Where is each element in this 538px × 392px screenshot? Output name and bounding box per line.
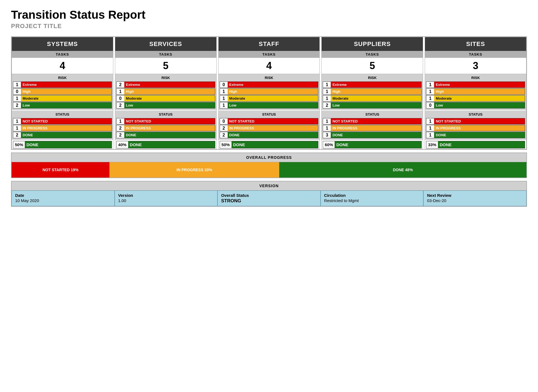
risk-row-suppliers-1: 1 High — [323, 88, 422, 95]
version-cell-label-4: Next Review — [427, 193, 523, 198]
version-cell-value-2: STRONG — [221, 198, 317, 204]
tasks-count-services: 5 — [115, 58, 216, 74]
tasks-count-systems: 4 — [12, 58, 113, 74]
risk-badge-sites-1: High — [434, 89, 525, 94]
status-section-suppliers: STATUS 1 NOT STARTED 1 IN PROGRESS 3 DON… — [322, 111, 423, 140]
status-badge-systems-1: IN PROGRESS — [21, 125, 112, 131]
status-badge-services-2: DONE — [124, 132, 215, 138]
risk-row-staff-0: 0 Extreme — [220, 81, 319, 88]
column-staff: STAFF TASKS 4 RISK 0 Extreme 1 High 1 Mo… — [218, 37, 320, 149]
version-cell-label-3: Circulation — [324, 193, 420, 198]
done-pct-row-services: 40% DONE — [116, 141, 215, 148]
done-pct-num-services: 40% — [117, 141, 128, 148]
done-pct-row-systems: 50% DONE — [13, 141, 112, 148]
risk-row-staff-2: 1 Moderate — [220, 95, 319, 102]
risk-badge-services-1: High — [124, 89, 215, 94]
version-cell-value-3: Restricted to Mgmt — [324, 198, 420, 203]
done-pct-num-systems: 50% — [13, 141, 25, 148]
risk-badge-sites-2: Moderate — [434, 96, 525, 101]
risk-badge-sites-3: Low — [434, 102, 525, 108]
status-badge-staff-0: NOT STARTED — [228, 118, 318, 124]
done-pct-row-suppliers: 60% DONE — [323, 141, 422, 148]
risk-number-suppliers-3: 2 — [323, 102, 331, 108]
version-row: Date 10 May 2020 Version 1.00 Overall St… — [12, 190, 526, 206]
risk-number-sites-1: 1 — [426, 89, 434, 94]
column-suppliers: SUPPLIERS TASKS 5 RISK 1 Extreme 1 High … — [321, 37, 423, 149]
risk-row-systems-0: 1 Extreme — [13, 81, 112, 88]
status-row-suppliers-0: 1 NOT STARTED — [323, 118, 422, 124]
status-number-sites-2: 1 — [426, 132, 434, 138]
status-badge-staff-2: DONE — [228, 132, 318, 138]
version-cell-label-0: Date — [15, 193, 111, 198]
risk-row-services-0: 2 Extreme — [116, 81, 215, 88]
status-section-staff: STATUS 0 NOT STARTED 2 IN PROGRESS 2 DON… — [219, 111, 320, 140]
risk-number-sites-3: 0 — [426, 102, 434, 108]
risk-badge-suppliers-1: High — [331, 89, 421, 94]
risk-number-services-2: 0 — [117, 96, 124, 101]
done-pct-label-services: DONE — [128, 141, 215, 148]
status-row-staff-0: 0 NOT STARTED — [220, 118, 319, 124]
progress-in-progress: IN PROGRESS 33% — [109, 162, 279, 178]
status-badge-services-1: IN PROGRESS — [124, 125, 215, 131]
risk-row-sites-2: 1 Moderate — [426, 95, 525, 102]
risk-badge-services-2: Moderate — [124, 96, 215, 101]
status-section-sites: STATUS 1 NOT STARTED 1 IN PROGRESS 1 DON… — [425, 111, 526, 140]
version-cell-label-1: Version — [118, 193, 214, 198]
version-cell-0: Date 10 May 2020 — [12, 190, 115, 206]
risk-badge-staff-3: Low — [228, 102, 318, 108]
status-badge-sites-0: NOT STARTED — [434, 118, 525, 124]
status-row-staff-2: 2 DONE — [220, 132, 319, 138]
done-pct-label-systems: DONE — [25, 141, 112, 148]
risk-label-staff: RISK — [219, 76, 320, 81]
risk-badge-services-3: Low — [124, 102, 215, 108]
risk-number-services-0: 2 — [117, 82, 124, 88]
status-row-sites-0: 1 NOT STARTED — [426, 118, 525, 124]
status-label-suppliers: STATUS — [322, 112, 423, 118]
tasks-label-systems: TASKS — [12, 51, 113, 58]
done-pct-label-suppliers: DONE — [335, 141, 421, 148]
done-pct-num-suppliers: 60% — [323, 141, 335, 148]
risk-section-systems: RISK 1 Extreme 0 High 1 Moderate 2 Low — [12, 74, 113, 110]
status-row-services-1: 2 IN PROGRESS — [116, 125, 215, 131]
status-badge-suppliers-2: DONE — [331, 132, 421, 138]
status-row-services-2: 2 DONE — [116, 132, 215, 138]
status-number-staff-2: 2 — [220, 132, 228, 138]
column-sites: SITES TASKS 3 RISK 1 Extreme 1 High 1 Mo… — [425, 37, 526, 149]
status-number-staff-0: 0 — [220, 118, 228, 124]
risk-row-staff-1: 1 High — [220, 88, 319, 95]
risk-label-systems: RISK — [12, 76, 113, 81]
tasks-count-staff: 4 — [219, 58, 320, 74]
risk-label-suppliers: RISK — [322, 76, 423, 81]
risk-row-systems-1: 0 High — [13, 88, 112, 95]
status-number-systems-2: 2 — [13, 132, 21, 138]
status-section-systems: STATUS 1 NOT STARTED 1 IN PROGRESS 2 DON… — [12, 111, 113, 140]
risk-number-staff-0: 0 — [220, 82, 228, 88]
status-section-services: STATUS 1 NOT STARTED 2 IN PROGRESS 2 DON… — [115, 111, 216, 140]
status-number-suppliers-0: 1 — [323, 118, 331, 124]
col-header-suppliers: SUPPLIERS — [322, 37, 423, 51]
status-badge-services-0: NOT STARTED — [124, 118, 215, 124]
progress-done: DONE 48% — [279, 162, 526, 178]
status-label-services: STATUS — [115, 112, 216, 118]
col-header-systems: SYSTEMS — [12, 37, 113, 51]
status-row-services-0: 1 NOT STARTED — [116, 118, 215, 124]
overall-progress-section: OVERALL PROGRESS NOT STARTED 19% IN PROG… — [11, 153, 527, 178]
risk-row-staff-3: 1 Low — [220, 102, 319, 108]
risk-row-systems-3: 2 Low — [13, 102, 112, 108]
risk-badge-staff-2: Moderate — [228, 96, 318, 101]
risk-badge-suppliers-0: Extreme — [331, 82, 421, 88]
risk-badge-staff-1: High — [228, 89, 318, 94]
status-row-staff-1: 2 IN PROGRESS — [220, 125, 319, 131]
done-pct-row-staff: 50% DONE — [220, 141, 319, 148]
done-pct-row-sites: 33% DONE — [426, 141, 525, 148]
status-number-suppliers-1: 1 — [323, 125, 331, 131]
version-cell-2: Overall Status STRONG — [217, 190, 321, 206]
status-badge-sites-2: DONE — [434, 132, 525, 138]
status-number-services-1: 2 — [117, 125, 124, 131]
status-badge-systems-0: NOT STARTED — [21, 118, 112, 124]
status-row-systems-2: 2 DONE — [13, 132, 112, 138]
risk-row-suppliers-2: 1 Moderate — [323, 95, 422, 102]
risk-row-services-3: 2 Low — [116, 102, 215, 108]
risk-row-services-1: 1 High — [116, 88, 215, 95]
risk-number-suppliers-0: 1 — [323, 82, 331, 88]
